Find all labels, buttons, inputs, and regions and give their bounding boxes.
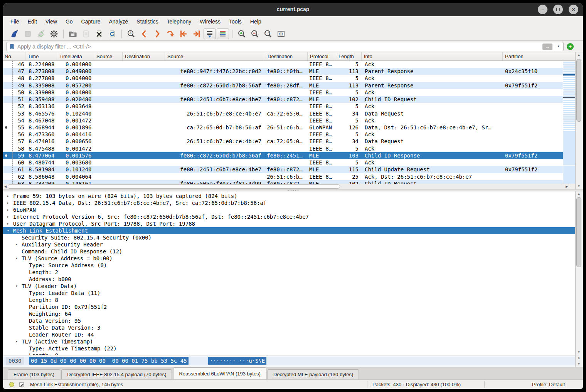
zoom-in-button[interactable] bbox=[236, 28, 248, 39]
packet-list-hscroll-thumb[interactable] bbox=[8, 184, 340, 189]
bytes-tab-0[interactable]: Frame (103 bytes) bbox=[8, 369, 60, 379]
status-profile[interactable]: Profile: Default bbox=[532, 382, 565, 387]
column-header-protocol-7[interactable]: Protocol bbox=[308, 52, 336, 60]
capture-stop-button[interactable] bbox=[22, 28, 34, 39]
packet-list-vscroll-thumb[interactable] bbox=[576, 59, 581, 122]
packet-row-52[interactable]: 528.3631360.003648IEEE 8…5Ack bbox=[3, 103, 563, 110]
scroll-down-icon[interactable]: ▼ bbox=[576, 362, 582, 367]
packet-list-minimap[interactable] bbox=[563, 61, 575, 184]
detail-line[interactable]: Length: 8 bbox=[3, 352, 575, 355]
column-header-source-3[interactable]: Source bbox=[94, 52, 123, 60]
expert-info-icon[interactable] bbox=[9, 382, 14, 387]
auto-scroll-button[interactable] bbox=[204, 28, 216, 39]
detail-line[interactable]: ▾TLV (Source Address = b0:00) bbox=[3, 255, 575, 262]
expander-collapsed-icon[interactable]: ▸ bbox=[7, 220, 9, 227]
detail-line[interactable]: Security Suite: 802.15.4 Security (0x00) bbox=[3, 234, 575, 241]
menu-telephony[interactable]: Telephony bbox=[162, 17, 195, 26]
detail-line[interactable]: Length: 8 bbox=[3, 297, 575, 303]
display-filter-box[interactable]: → ▾ bbox=[6, 42, 564, 51]
expander-collapsed-icon[interactable]: ▸ bbox=[15, 241, 18, 248]
expander-expanded-icon[interactable]: ▾ bbox=[15, 338, 18, 345]
packet-row-53[interactable]: 538.4655760.10244026:51:c6:b7:e8:ce:4b:e… bbox=[3, 110, 563, 117]
column-header-no-0[interactable]: No. bbox=[3, 52, 25, 60]
detail-line[interactable]: Partition ID: 0x79f551f2 bbox=[3, 303, 575, 310]
scroll-down-icon[interactable]: ▼ bbox=[576, 184, 582, 189]
detail-line[interactable]: Weighting: 64 bbox=[3, 310, 575, 317]
resize-columns-button[interactable] bbox=[275, 28, 287, 39]
file-close-button[interactable] bbox=[93, 28, 105, 39]
detail-line[interactable]: ▸Frame 59: 103 bytes on wire (824 bits),… bbox=[3, 193, 575, 199]
detail-line[interactable]: ▸Auxiliary Security Header bbox=[3, 241, 575, 248]
menu-analyze[interactable]: Analyze bbox=[104, 17, 132, 26]
go-back-button[interactable] bbox=[138, 28, 150, 39]
detail-line[interactable]: Leader Router ID: 44 bbox=[3, 331, 575, 338]
packet-bytes-pane[interactable]: 0030 00 15 0d 00 00 00 00 00 00 00 01 75… bbox=[3, 355, 575, 367]
expander-collapsed-icon[interactable]: ▸ bbox=[7, 206, 9, 213]
bytes-tab-2[interactable]: Reassembled 6LoWPAN (193 bytes) bbox=[173, 367, 266, 379]
bytes-tab-3[interactable]: Decrypted MLE payload (130 bytes) bbox=[268, 369, 359, 379]
bytes-vscrollbar[interactable]: ▲ ▼ bbox=[575, 355, 582, 367]
expander-expanded-icon[interactable]: ▾ bbox=[15, 255, 18, 262]
packet-row-51[interactable]: 518.3594880.020480fe80::2451:c6b7:e8ce:4… bbox=[3, 96, 563, 103]
column-header-partition-10[interactable]: Partition bbox=[503, 52, 575, 60]
reload-button[interactable] bbox=[106, 28, 118, 39]
file-save-button[interactable] bbox=[80, 28, 92, 39]
column-header-source-5[interactable]: Source bbox=[165, 52, 265, 60]
detail-line[interactable]: ▾TLV (Active Timestamp) bbox=[3, 338, 575, 345]
capture-start-button[interactable] bbox=[8, 28, 21, 39]
zoom-out-button[interactable] bbox=[249, 28, 261, 39]
menu-file[interactable]: File bbox=[6, 17, 24, 26]
packet-row-55[interactable]: 558.4689440.001896ca:72:65:0d:b7:b8:56:a… bbox=[3, 124, 563, 131]
expander-collapsed-icon[interactable]: ▸ bbox=[7, 199, 9, 206]
column-header-time-1[interactable]: Time bbox=[25, 52, 57, 60]
column-header-destination-6[interactable]: Destination bbox=[265, 52, 308, 60]
detail-line[interactable]: Type: Source Address (0) bbox=[3, 262, 575, 269]
expander-expanded-icon[interactable]: ▾ bbox=[15, 283, 18, 290]
apply-filter-button[interactable]: → bbox=[542, 44, 552, 50]
packet-row-59[interactable]: 598.4770640.001576fe80::c872:650d:b7b8:5… bbox=[3, 152, 563, 159]
menu-statistics[interactable]: Statistics bbox=[132, 17, 162, 26]
detail-line[interactable]: Type: Leader Data (11) bbox=[3, 290, 575, 297]
detail-line[interactable]: Stable Data Version: 3 bbox=[3, 324, 575, 331]
colorize-button[interactable] bbox=[217, 28, 229, 39]
add-filter-button[interactable]: + bbox=[567, 43, 574, 50]
go-first-button[interactable] bbox=[177, 28, 190, 39]
packet-row-48[interactable]: 488.2778080.004000IEEE 8…5Ack bbox=[3, 75, 563, 82]
capture-options-button[interactable] bbox=[48, 28, 60, 39]
detail-vscroll-thumb[interactable] bbox=[576, 197, 581, 267]
scroll-left-icon[interactable]: ◀ bbox=[3, 184, 8, 189]
packet-row-60[interactable]: 608.4807440.003680IEEE 8…5Ack bbox=[3, 159, 563, 166]
expander-collapsed-icon[interactable]: ▸ bbox=[7, 193, 9, 199]
detail-line[interactable]: Data Version: 95 bbox=[3, 317, 575, 324]
scroll-up-icon[interactable]: ▲ bbox=[576, 191, 582, 197]
packet-row-56[interactable]: 568.4733600.004416IEEE 8…5Ack bbox=[3, 131, 563, 138]
scroll-up-icon[interactable]: ▲ bbox=[576, 355, 582, 360]
capture-restart-button[interactable] bbox=[35, 28, 47, 39]
zoom-original-button[interactable] bbox=[262, 28, 274, 39]
packet-row-46[interactable]: 468.2240080.004000IEEE 8…5Ack bbox=[3, 61, 563, 68]
find-packet-button[interactable] bbox=[125, 28, 137, 39]
detail-line[interactable]: ▸IEEE 802.15.4 Data, Dst: 26:51:c6:b7:e8… bbox=[3, 199, 575, 206]
column-header-destination-4[interactable]: Destination bbox=[123, 52, 165, 60]
minimize-button[interactable]: − bbox=[538, 5, 547, 14]
menu-tools[interactable]: Tools bbox=[225, 17, 246, 26]
maximize-button[interactable] bbox=[553, 5, 563, 14]
expander-collapsed-icon[interactable]: ▸ bbox=[7, 213, 9, 220]
menu-edit[interactable]: Edit bbox=[24, 17, 41, 26]
hex-bytes-selected[interactable]: 00 15 0d 00 00 00 00 00 00 00 01 75 bb 5… bbox=[29, 357, 189, 365]
display-filter-input[interactable] bbox=[17, 43, 530, 50]
expander-expanded-icon[interactable]: ▾ bbox=[7, 227, 9, 234]
packet-row-61[interactable]: 618.5819840.101240fe80::2451:c6b7:e8ce:4… bbox=[3, 166, 563, 173]
bytes-tab-1[interactable]: Decrypted IEEE 802.15.4 payload (70 byte… bbox=[61, 369, 172, 379]
packet-row-54[interactable]: 548.4670480.001472IEEE 8…5Ack bbox=[3, 117, 563, 124]
scroll-right-icon[interactable]: ▶ bbox=[564, 184, 569, 189]
packet-row-50[interactable]: 508.3390080.004000IEEE 8…5Ack bbox=[3, 89, 563, 96]
detail-line[interactable]: Address: b000 bbox=[3, 276, 575, 283]
detail-line[interactable]: Length: 2 bbox=[3, 269, 575, 276]
packet-list-hscrollbar[interactable]: ◀ ▶ bbox=[3, 184, 569, 189]
file-open-button[interactable] bbox=[67, 28, 79, 39]
detail-line[interactable]: ▸6LoWPAN bbox=[3, 206, 575, 213]
go-last-button[interactable] bbox=[190, 28, 203, 39]
packet-row-62[interactable]: 628.5860480.00406426:51:c6:b…IEEE 8…25Ac… bbox=[3, 173, 563, 180]
packet-row-49[interactable]: 498.3350080.057200fe80::c872:650d:b7b8:5… bbox=[3, 82, 563, 89]
